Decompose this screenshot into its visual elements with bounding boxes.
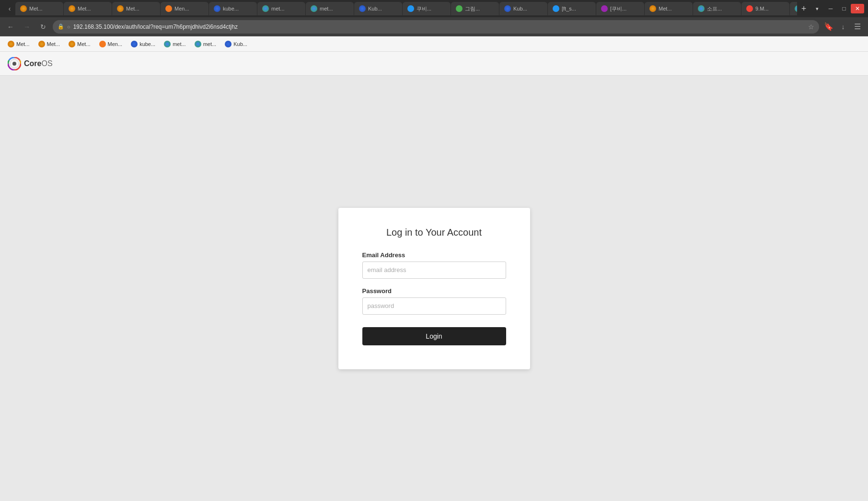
- browser-tab[interactable]: 쿠비...: [403, 2, 451, 15]
- bookmark-item[interactable]: kube...: [127, 39, 159, 49]
- bookmark-favicon: [99, 41, 106, 47]
- tab-favicon: [117, 5, 124, 12]
- bookmark-label: Met...: [77, 41, 91, 47]
- browser-tab[interactable]: 기|앙...: [790, 2, 797, 15]
- browser-tab[interactable]: met...: [306, 2, 354, 15]
- window-maximize-button[interactable]: □: [837, 4, 851, 13]
- browser-tab[interactable]: Kub...: [499, 2, 547, 15]
- tab-label: 그림...: [465, 5, 480, 12]
- new-tab-button[interactable]: +: [797, 2, 810, 15]
- browser-tab[interactable]: Men...: [161, 2, 208, 15]
- browser-tab[interactable]: Met...: [64, 2, 112, 15]
- logo-os-text: OS: [41, 59, 52, 68]
- back-button[interactable]: ←: [4, 20, 17, 34]
- coreos-logo-icon: [8, 57, 21, 70]
- bookmark-favicon: [131, 41, 138, 47]
- email-label: Email Address: [362, 251, 506, 259]
- bookmark-favicon: [69, 41, 75, 47]
- address-input[interactable]: [73, 23, 805, 30]
- tab-label: 소프...: [707, 5, 722, 12]
- page-content: CoreOS Log in to Your Account Email Addr…: [0, 52, 868, 501]
- bookmark-label: Men...: [108, 41, 123, 47]
- logo-text: CoreOS: [24, 59, 53, 68]
- address-bar-container: 🔒 ○ ☆: [53, 20, 819, 34]
- email-form-group: Email Address: [362, 251, 506, 279]
- tab-favicon: [601, 5, 608, 12]
- tab-label: 9.M...: [755, 6, 769, 11]
- bookmark-label: Kub...: [233, 41, 247, 47]
- browser-tab[interactable]: Kub...: [354, 2, 402, 15]
- tab-label: Met...: [126, 6, 139, 11]
- bookmark-item[interactable]: Kub...: [221, 39, 251, 49]
- security-lock-icon: 🔒: [58, 23, 64, 30]
- tab-label: [ft_s...: [562, 6, 576, 11]
- bookmark-item[interactable]: Men...: [95, 39, 127, 49]
- browser-tab[interactable]: met...: [257, 2, 305, 15]
- password-input[interactable]: [362, 297, 506, 315]
- browser-tab[interactable]: [쿠비...: [596, 2, 644, 15]
- tab-favicon: [165, 5, 172, 12]
- tab-list-button[interactable]: ▾: [810, 2, 824, 15]
- tab-favicon: [407, 5, 414, 12]
- app-header: CoreOS: [0, 52, 868, 76]
- bookmark-favicon: [164, 41, 171, 47]
- app-logo: CoreOS: [8, 57, 53, 70]
- pocket-button[interactable]: 🔖: [822, 20, 835, 34]
- tab-favicon: [214, 5, 220, 12]
- browser-tab[interactable]: Met...: [15, 2, 63, 15]
- tab-label: kube...: [223, 6, 239, 11]
- bookmark-item[interactable]: met...: [191, 39, 220, 49]
- tab-label: met...: [271, 6, 285, 11]
- tab-favicon: [553, 5, 559, 12]
- forward-button[interactable]: →: [20, 20, 34, 34]
- browser-tab[interactable]: 9.M...: [741, 2, 789, 15]
- tab-favicon: [359, 5, 366, 12]
- bookmark-item[interactable]: met...: [160, 39, 190, 49]
- bookmark-item[interactable]: Met...: [4, 39, 34, 49]
- bookmark-item[interactable]: Met...: [35, 39, 64, 49]
- window-close-button[interactable]: ✕: [851, 4, 864, 13]
- bookmark-label: Met...: [16, 41, 30, 47]
- browser-tab[interactable]: Met...: [645, 2, 693, 15]
- email-input[interactable]: [362, 262, 506, 279]
- tab-bar: ‹ Met... Met... Met... Men... kube: [0, 0, 868, 17]
- tab-favicon: [262, 5, 269, 12]
- tab-label: Kub...: [513, 6, 527, 11]
- bookmarks-bar: Met... Met... Met... Men... kube... met.…: [0, 36, 868, 52]
- bookmark-label: met...: [173, 41, 186, 47]
- password-label: Password: [362, 287, 506, 295]
- login-button[interactable]: Login: [362, 327, 506, 345]
- login-title: Log in to Your Account: [362, 227, 506, 238]
- browser-tab[interactable]: [ft_s...: [548, 2, 596, 15]
- browser-tab[interactable]: Met...: [112, 2, 160, 15]
- tab-label: [쿠비...: [610, 5, 626, 12]
- bookmark-item[interactable]: Met...: [65, 39, 94, 49]
- tab-favicon: [311, 5, 317, 12]
- bookmark-star-icon[interactable]: ☆: [808, 23, 814, 31]
- tab-label: 쿠비...: [417, 5, 431, 12]
- browser-tab[interactable]: kube...: [209, 2, 257, 15]
- tab-favicon: [456, 5, 463, 12]
- reload-button[interactable]: ↻: [36, 20, 50, 34]
- bookmark-favicon: [225, 41, 231, 47]
- tab-label: Met...: [29, 6, 43, 11]
- bookmark-label: Met...: [47, 41, 60, 47]
- menu-button[interactable]: ☰: [851, 20, 864, 34]
- bookmark-favicon: [195, 41, 201, 47]
- login-card: Log in to Your Account Email Address Pas…: [338, 208, 530, 369]
- download-button[interactable]: ↓: [836, 20, 850, 34]
- https-icon: ○: [67, 24, 70, 30]
- browser-tab[interactable]: 소프...: [693, 2, 741, 15]
- window-minimize-button[interactable]: ─: [824, 4, 837, 13]
- tab-label: Met...: [78, 6, 91, 11]
- password-form-group: Password: [362, 287, 506, 315]
- browser-tab[interactable]: 그림...: [451, 2, 499, 15]
- bookmark-favicon: [38, 41, 45, 47]
- tab-favicon: [649, 5, 656, 12]
- tab-favicon: [69, 5, 75, 12]
- tab-favicon: [698, 5, 705, 12]
- browser-chrome: ‹ Met... Met... Met... Men... kube: [0, 0, 868, 52]
- tab-scroll-left[interactable]: ‹: [4, 3, 15, 14]
- svg-point-2: [12, 62, 16, 66]
- tab-label: Kub...: [368, 6, 382, 11]
